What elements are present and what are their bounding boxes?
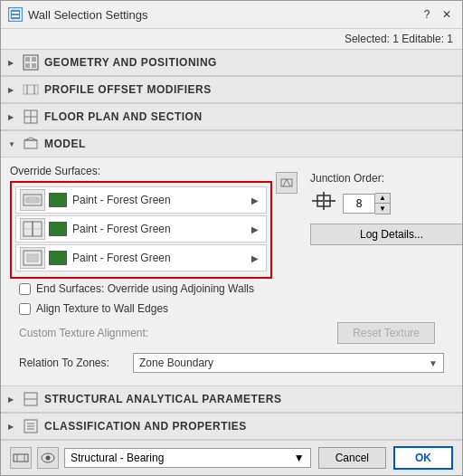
section-header-structural[interactable]: ▶ STRUCTURAL ANALYTICAL PARAMETERS <box>1 386 462 413</box>
chevron-right-icon-2: ▶ <box>8 86 17 94</box>
surface-row-3[interactable]: Paint - Forest Green ▶ <box>15 244 267 271</box>
relation-label: Relation To Zones: <box>19 357 128 369</box>
surface-label-2: Paint - Forest Green <box>72 223 248 235</box>
surface-row-2[interactable]: Paint - Forest Green ▶ <box>15 215 267 243</box>
selected-info: Selected: 1 Editable: 1 <box>1 29 462 49</box>
help-button[interactable]: ? <box>419 6 435 23</box>
structural-icon <box>23 391 39 407</box>
svg-rect-4 <box>25 57 30 62</box>
chevron-right-icon-4: ▶ <box>8 395 17 404</box>
svg-rect-7 <box>32 63 36 68</box>
section-header-model[interactable]: ▼ MODEL <box>1 130 462 157</box>
svg-rect-24 <box>281 179 292 186</box>
svg-marker-15 <box>24 138 37 140</box>
surface-arrow-1: ▶ <box>248 195 262 205</box>
align-texture-checkbox[interactable] <box>19 303 31 315</box>
surface-color-3 <box>49 251 67 265</box>
titlebar-controls: ? ✕ <box>419 6 455 23</box>
footer-icon-box <box>10 447 32 469</box>
footer: Structural - Bearing ▼ Cancel OK <box>1 440 462 475</box>
custom-texture-label: Custom Texture Alignment: <box>19 327 148 339</box>
close-button[interactable]: ✕ <box>439 6 455 23</box>
junction-label: Junction Order: <box>310 172 462 185</box>
profile-label: PROFILE OFFSET MODIFIERS <box>44 83 212 96</box>
spinner-arrows: ▲ ▼ <box>375 193 391 214</box>
footer-eye-icon-box <box>37 447 59 469</box>
custom-texture-row: Custom Texture Alignment: Reset Texture <box>10 319 453 347</box>
junction-control: 8 ▲ ▼ <box>310 190 462 216</box>
svg-point-38 <box>46 456 51 461</box>
surface-color-2 <box>49 222 67 236</box>
align-texture-label: Align Texture to Wall Edges <box>36 302 168 315</box>
chevron-right-icon-5: ▶ <box>8 423 17 431</box>
surface-arrow-3: ▶ <box>248 253 262 263</box>
svg-rect-2 <box>12 15 19 17</box>
junction-panel: Junction Order: 8 ▲ <box>301 165 462 252</box>
surface-row-1[interactable]: Paint - Forest Green ▶ <box>15 186 267 214</box>
model-content: Override Surfaces: <box>1 157 462 386</box>
section-header-profile[interactable]: ▶ PROFILE OFFSET MODIFIERS <box>1 76 462 103</box>
override-surfaces-box: Paint - Forest Green ▶ <box>10 181 272 279</box>
chevron-right-icon: ▶ <box>8 59 17 67</box>
spinner-up-button[interactable]: ▲ <box>375 194 390 204</box>
dialog-title: Wall Selection Settings <box>28 8 413 22</box>
section-header-classification[interactable]: ▶ CLASSIFICATION AND PROPERTIES <box>1 413 462 440</box>
section-header-floor[interactable]: ▶ FLOOR PLAN AND SECTION <box>1 103 462 130</box>
footer-dropdown-value: Structural - Bearing <box>71 452 164 464</box>
svg-rect-0 <box>10 9 21 20</box>
zone-value: Zone Boundary <box>139 357 213 369</box>
end-surfaces-label: End Surfaces: Override using Adjoining W… <box>36 282 254 295</box>
junction-spinner[interactable]: 8 ▲ ▼ <box>343 193 391 214</box>
footer-dropdown-arrow-icon: ▼ <box>294 452 305 464</box>
surface-icon-2 <box>20 218 45 240</box>
geometry-icon <box>23 54 39 71</box>
dialog-window: Wall Selection Settings ? ✕ Selected: 1 … <box>0 0 463 476</box>
structural-label: STRUCTURAL ANALYTICAL PARAMETERS <box>44 393 281 405</box>
end-surfaces-checkbox[interactable] <box>19 283 31 295</box>
cancel-button[interactable]: Cancel <box>318 447 386 469</box>
junction-icon <box>310 190 337 216</box>
surface-icon-3 <box>20 247 45 269</box>
side-nav-buttons <box>272 165 301 201</box>
junction-value-input[interactable]: 8 <box>343 194 375 214</box>
surface-icon-1 <box>20 189 45 211</box>
classification-icon <box>23 418 39 434</box>
svg-rect-14 <box>24 140 37 148</box>
svg-rect-5 <box>32 57 36 62</box>
svg-rect-8 <box>24 85 38 94</box>
model-icon <box>23 136 39 152</box>
chevron-down-icon: ▼ <box>8 140 17 148</box>
svg-rect-23 <box>27 254 38 262</box>
surface-label-1: Paint - Forest Green <box>72 194 248 206</box>
footer-left: Structural - Bearing ▼ <box>10 447 311 469</box>
floor-label: FLOOR PLAN AND SECTION <box>44 110 203 123</box>
spinner-down-button[interactable]: ▼ <box>375 204 390 214</box>
svg-rect-6 <box>25 63 30 68</box>
nav-up-button[interactable] <box>276 172 298 194</box>
profile-icon <box>23 81 39 98</box>
footer-type-dropdown[interactable]: Structural - Bearing ▼ <box>64 448 311 468</box>
svg-rect-1 <box>12 12 19 14</box>
relation-row: Relation To Zones: Zone Boundary ▼ <box>10 347 453 378</box>
align-texture-row: Align Texture to Wall Edges <box>10 299 453 319</box>
zone-dropdown-arrow-icon: ▼ <box>429 358 438 368</box>
content-area: ▶ GEOMETRY AND POSITIONING ▶ <box>1 49 462 440</box>
model-label: MODEL <box>44 138 86 150</box>
section-header-geometry[interactable]: ▶ GEOMETRY AND POSITIONING <box>1 49 462 76</box>
floor-icon <box>23 109 39 125</box>
window-icon <box>8 7 23 22</box>
svg-rect-34 <box>14 454 28 462</box>
titlebar: Wall Selection Settings ? ✕ <box>1 1 462 29</box>
ok-button[interactable]: OK <box>393 446 453 470</box>
classification-label: CLASSIFICATION AND PROPERTIES <box>44 420 247 433</box>
chevron-right-icon-3: ▶ <box>8 113 17 121</box>
end-surfaces-row: End Surfaces: Override using Adjoining W… <box>10 279 453 299</box>
surface-arrow-2: ▶ <box>248 224 262 234</box>
model-main-row: Override Surfaces: <box>10 165 453 279</box>
reset-texture-button[interactable]: Reset Texture <box>337 322 435 344</box>
override-surfaces-panel: Override Surfaces: <box>10 165 272 279</box>
zone-dropdown[interactable]: Zone Boundary ▼ <box>133 353 444 373</box>
geometry-label: GEOMETRY AND POSITIONING <box>44 56 217 69</box>
log-details-button[interactable]: Log Details... <box>310 224 462 245</box>
surface-color-1 <box>49 193 67 207</box>
